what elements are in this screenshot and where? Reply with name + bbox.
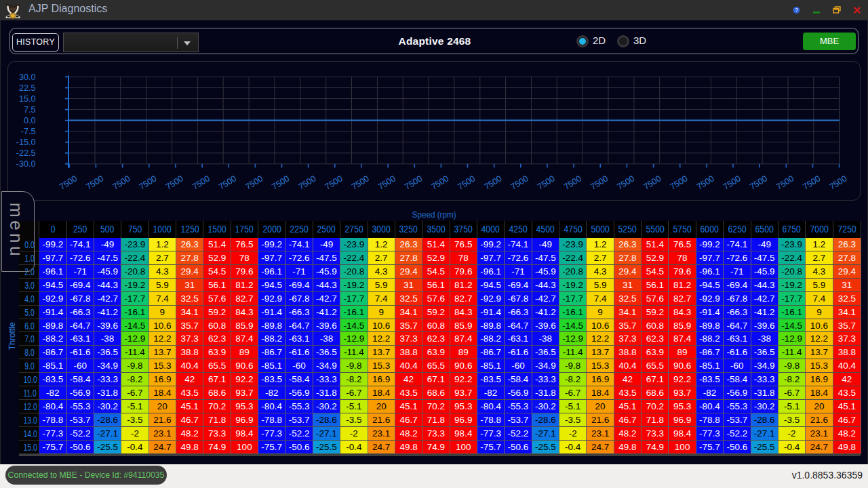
svg-text:?: ? — [795, 7, 798, 14]
